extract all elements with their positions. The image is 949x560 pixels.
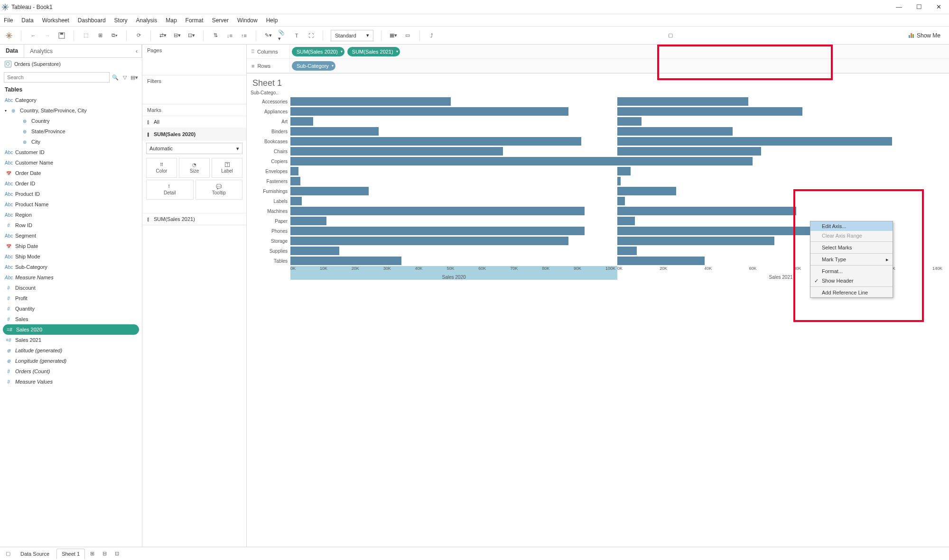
menu-server[interactable]: Server bbox=[212, 17, 229, 24]
ctx-edit-axis-[interactable]: Edit Axis... bbox=[810, 221, 893, 231]
bar[interactable] bbox=[617, 167, 631, 175]
ctx-select-marks[interactable]: Select Marks bbox=[810, 243, 893, 252]
sheet-title[interactable]: Sheet 1 bbox=[247, 73, 949, 90]
forward-icon[interactable]: → bbox=[43, 31, 52, 40]
field-state-province[interactable]: State/Province bbox=[0, 126, 142, 137]
filter-icon[interactable]: ▽ bbox=[121, 74, 129, 81]
field-quantity[interactable]: #Quantity bbox=[0, 303, 142, 314]
field-profit[interactable]: #Profit bbox=[0, 293, 142, 303]
new-data-icon[interactable]: ⬚ bbox=[82, 31, 90, 40]
bar[interactable] bbox=[290, 197, 302, 205]
tableau-icon[interactable] bbox=[5, 31, 13, 40]
menu-dashboard[interactable]: Dashboard bbox=[78, 17, 106, 24]
bar[interactable] bbox=[290, 117, 313, 126]
axis-2021[interactable]: 0K20K40K60K80K100K120K140K bbox=[617, 266, 944, 274]
bar[interactable] bbox=[617, 237, 774, 245]
save-icon[interactable] bbox=[57, 31, 66, 40]
field-order-date[interactable]: Order Date bbox=[0, 168, 142, 178]
pin-icon[interactable]: 📎▾ bbox=[278, 31, 287, 40]
field-product-name[interactable]: AbcProduct Name bbox=[0, 199, 142, 210]
refresh-icon[interactable]: ⟳ bbox=[134, 31, 143, 40]
close-button[interactable]: ✕ bbox=[936, 3, 941, 10]
bar[interactable] bbox=[290, 97, 451, 106]
menu-map[interactable]: Map bbox=[166, 17, 177, 24]
cards-icon[interactable]: ▦▾ bbox=[389, 31, 398, 40]
field-customer-id[interactable]: AbcCustomer ID bbox=[0, 147, 142, 157]
columns-shelf[interactable]: SUM(Sales 2020) SUM(Sales 2021) bbox=[289, 45, 949, 58]
guide-icon[interactable]: ▢ bbox=[666, 31, 675, 40]
field-customer-name[interactable]: AbcCustomer Name bbox=[0, 157, 142, 168]
ctx-add-reference-line[interactable]: Add Reference Line bbox=[810, 288, 893, 297]
duplicate-icon[interactable]: ⧉▾ bbox=[110, 31, 119, 40]
menu-analysis[interactable]: Analysis bbox=[136, 17, 158, 24]
fit-icon[interactable]: ⛶ bbox=[307, 31, 315, 40]
field-discount[interactable]: #Discount bbox=[0, 283, 142, 293]
swap-icon[interactable]: ⇄▾ bbox=[158, 31, 167, 40]
bar[interactable] bbox=[617, 217, 635, 225]
marks-all[interactable]: ⫿All bbox=[142, 116, 246, 128]
bar[interactable] bbox=[290, 107, 568, 116]
totals-icon[interactable]: ⊡▾ bbox=[187, 31, 195, 40]
field-longitude-generated-[interactable]: Longitude (generated) bbox=[0, 356, 142, 366]
ctx-format-[interactable]: Format... bbox=[810, 266, 893, 276]
back-icon[interactable]: ← bbox=[29, 31, 37, 40]
bar[interactable] bbox=[617, 107, 802, 116]
pill-sub-category[interactable]: Sub-Category bbox=[292, 61, 335, 71]
highlight-icon[interactable]: ✎▾ bbox=[264, 31, 272, 40]
bar[interactable] bbox=[290, 127, 379, 136]
menu-window[interactable]: Window bbox=[237, 17, 258, 24]
present-icon[interactable]: ▭ bbox=[403, 31, 412, 40]
share-icon[interactable]: ⤴ bbox=[428, 31, 436, 40]
field-segment[interactable]: AbcSegment bbox=[0, 230, 142, 241]
bar[interactable] bbox=[617, 97, 748, 106]
field-product-id[interactable]: AbcProduct ID bbox=[0, 189, 142, 199]
tooltip-button[interactable]: 💬Tooltip bbox=[195, 180, 243, 200]
bar[interactable] bbox=[290, 147, 503, 156]
menu-worksheet[interactable]: Worksheet bbox=[42, 17, 69, 24]
bar[interactable] bbox=[290, 247, 339, 255]
bar[interactable] bbox=[617, 137, 892, 146]
bar[interactable] bbox=[617, 187, 676, 195]
field-category[interactable]: AbcCategory bbox=[0, 95, 142, 105]
ctx-mark-type[interactable]: Mark Type▸ bbox=[810, 255, 893, 264]
tab-analytics[interactable]: Analytics‹ bbox=[24, 45, 142, 57]
field-latitude-generated-[interactable]: Latitude (generated) bbox=[0, 345, 142, 356]
bar[interactable] bbox=[617, 257, 705, 265]
search-input[interactable] bbox=[4, 72, 110, 83]
field-row-id[interactable]: #Row ID bbox=[0, 220, 142, 230]
field-ship-mode[interactable]: AbcShip Mode bbox=[0, 251, 142, 262]
data-source[interactable]: Orders (Superstore) bbox=[0, 58, 142, 70]
group-icon[interactable]: ⊟▾ bbox=[173, 31, 181, 40]
search-icon[interactable]: 🔍 bbox=[112, 74, 119, 81]
axis-2020[interactable]: 0K10K20K30K40K50K60K70K80K90K100K bbox=[290, 266, 617, 274]
field-measure-names[interactable]: AbcMeasure Names bbox=[0, 272, 142, 283]
new-worksheet-icon[interactable]: ⊞ bbox=[87, 551, 97, 557]
field-region[interactable]: AbcRegion bbox=[0, 210, 142, 220]
field-city[interactable]: City bbox=[0, 137, 142, 147]
field-sales[interactable]: #Sales bbox=[0, 314, 142, 324]
bar[interactable] bbox=[290, 227, 585, 235]
marks-sub-2021[interactable]: ⫿SUM(Sales 2021) bbox=[142, 213, 246, 225]
fit-select[interactable]: Standard▾ bbox=[331, 30, 373, 41]
size-button[interactable]: ◔Size bbox=[179, 158, 210, 178]
maximize-button[interactable]: ☐ bbox=[916, 3, 922, 10]
new-story-icon[interactable]: ⊡ bbox=[112, 551, 122, 557]
bar[interactable] bbox=[290, 167, 298, 175]
bar[interactable] bbox=[617, 177, 621, 185]
field-sales-2021[interactable]: =#Sales 2021 bbox=[0, 335, 142, 345]
minimize-button[interactable]: — bbox=[896, 3, 902, 10]
bar[interactable] bbox=[290, 157, 627, 165]
data-source-icon[interactable]: ▢ bbox=[3, 551, 13, 557]
color-button[interactable]: ⠿Color bbox=[146, 158, 177, 178]
tab-data[interactable]: Data bbox=[0, 45, 24, 57]
marks-sub-2020[interactable]: ⫿SUM(Sales 2020) bbox=[142, 128, 246, 141]
view-icon[interactable]: ▤▾ bbox=[130, 74, 138, 81]
menu-help[interactable]: Help bbox=[266, 17, 278, 24]
menu-story[interactable]: Story bbox=[114, 17, 128, 24]
bar[interactable] bbox=[617, 207, 796, 215]
mark-type-select[interactable]: Automatic▾ bbox=[146, 143, 242, 154]
text-icon[interactable]: T bbox=[292, 31, 301, 40]
tab-data-source[interactable]: Data Source bbox=[15, 549, 55, 559]
bar[interactable] bbox=[290, 237, 568, 245]
bar[interactable] bbox=[290, 217, 326, 225]
